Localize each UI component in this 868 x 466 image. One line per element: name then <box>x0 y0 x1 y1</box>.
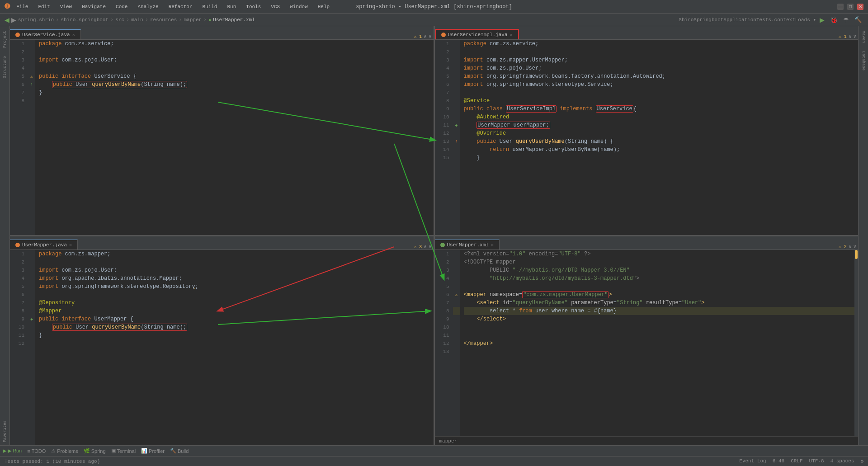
title-bar-menu-tools[interactable]: Tools <box>242 3 264 10</box>
arrow-up-tr[interactable]: ∧ <box>849 33 852 39</box>
title-bar-menu-code[interactable]: Code <box>112 3 131 10</box>
debug-button[interactable]: 🐞 <box>828 16 840 24</box>
title-bar-menu-window[interactable]: Window <box>286 3 311 10</box>
arrow-down-tr[interactable]: ∨ <box>853 33 856 39</box>
structure-sidebar-item[interactable]: Structure <box>2 53 8 81</box>
bottom-right-line-numbers: 1 2 3 4 5 6 7 8 9 10 11 12 13 <box>435 250 453 436</box>
tab-usermapper-java[interactable]: UserMapper.java ✕ <box>10 240 78 249</box>
title-bar-menu-refactor[interactable]: Refactor <box>165 3 196 10</box>
tab-close-button[interactable]: ✕ <box>72 32 75 38</box>
forward-button[interactable]: ▶ <box>11 16 16 24</box>
bottom-left-editor: UserMapper.java ✕ ⚠ 3 ∧ ∨ 1 2 <box>10 236 434 445</box>
xml-file-icon-br <box>440 243 445 247</box>
tab-label-bl: UserMapper.java <box>22 242 67 248</box>
xml-icon-breadcrumb: ◆ <box>208 17 211 23</box>
title-bar-menu-vcs[interactable]: VCS <box>267 3 283 10</box>
arrow-down-tl[interactable]: ∨ <box>429 33 432 39</box>
settings-icon[interactable]: ⚙ <box>860 458 863 464</box>
tab-userservice-java[interactable]: UserService.java ✕ <box>10 29 81 39</box>
warning-gutter-br6: ⚠ <box>455 292 458 297</box>
tab-label-br: UserMapper.xml <box>447 242 489 248</box>
java-file-icon-tr <box>441 33 446 37</box>
arrow-up-br[interactable]: ∧ <box>849 244 852 249</box>
bottom-right-code-area[interactable]: 1 2 3 4 5 6 7 8 9 10 11 12 13 <box>435 250 859 436</box>
vertical-scrollbar-br[interactable] <box>854 250 858 436</box>
title-bar-menu-run[interactable]: Run <box>223 3 240 10</box>
title-bar-menu-view[interactable]: View <box>57 3 75 10</box>
breadcrumb-sep2: › <box>110 17 113 23</box>
title-bar: 🅘 File Edit View Navigate Code Analyze R… <box>0 0 868 14</box>
editors-area: UserService.java ✕ ⚠ 1 ∧ ∨ 1 2 <box>10 26 858 445</box>
project-sidebar-item[interactable]: Project <box>2 28 8 51</box>
tab-close-button-bl[interactable]: ✕ <box>69 242 72 248</box>
arrow-down-br[interactable]: ∨ <box>853 244 856 249</box>
top-left-editor: UserService.java ✕ ⚠ 1 ∧ ∨ 1 2 <box>10 26 434 235</box>
maven-sidebar-item[interactable]: Maven <box>860 28 867 46</box>
top-right-tab-bar: UserServiceImpl.java ✕ ⚠ 1 ∧ ∨ <box>435 26 859 40</box>
breadcrumb-file[interactable]: UserMapper.xml <box>213 17 255 23</box>
problems-button[interactable]: ⚠ Problems <box>51 448 78 454</box>
arrow-up-bl[interactable]: ∧ <box>424 244 427 249</box>
title-bar-menu-navigate[interactable]: Navigate <box>78 3 109 10</box>
mapper-label: mapper <box>439 438 458 444</box>
tab-label-tr: UserServiceImpl.java <box>448 32 508 38</box>
warning-count-br: ⚠ 2 <box>839 244 847 249</box>
top-right-line-numbers: 1 2 3 4 5 6 7 8 9 10 11 12 13 <box>435 40 453 235</box>
bottom-left-line-numbers: 1 2 3 4 5 6 7 8 9 10 11 12 <box>10 250 28 445</box>
bottom-toolbar: ▶ ▶ Run ≡ TODO ⚠ Problems 🌿 Spring ▣ Ter… <box>0 445 868 456</box>
maximize-button[interactable]: □ <box>847 4 854 10</box>
breadcrumb-resources[interactable]: resources <box>150 17 177 23</box>
title-bar-menu-build[interactable]: Build <box>198 3 221 10</box>
spring-button[interactable]: 🌿 Spring <box>84 448 106 454</box>
title-bar-menu-file[interactable]: File <box>13 3 32 10</box>
terminal-button[interactable]: ▣ Terminal <box>111 448 136 454</box>
breadcrumb-spring-shrio[interactable]: spring-shrio <box>18 17 54 23</box>
minimize-button[interactable]: — <box>837 4 844 10</box>
problems-icon: ⚠ <box>51 448 56 454</box>
build-tool-button[interactable]: 🔨 Build <box>170 448 189 454</box>
top-left-code-area[interactable]: 1 2 3 4 5 6 7 8 <box>10 40 434 235</box>
title-bar-menu-edit[interactable]: Edit <box>34 3 53 10</box>
terminal-icon: ▣ <box>111 448 116 454</box>
database-sidebar-item[interactable]: Database <box>860 48 867 73</box>
breadcrumb-sep5: › <box>179 17 182 23</box>
coverage-button[interactable]: ☂ <box>841 16 851 24</box>
arrow-down-bl[interactable]: ∨ <box>429 244 432 249</box>
favorites-sidebar-item[interactable]: Favorites <box>2 418 8 445</box>
tab-close-button-tr[interactable]: ✕ <box>510 32 513 38</box>
back-button[interactable]: ◀ <box>5 16 9 24</box>
cursor-position: 6:46 <box>773 458 784 464</box>
top-left-line-numbers: 1 2 3 4 5 6 7 8 <box>10 40 28 235</box>
breadcrumb-src[interactable]: src <box>115 17 124 23</box>
bottom-right-code-content: <?xml version="1.0" encoding="UTF-8" ?> … <box>460 250 855 436</box>
tab-usermapper-xml[interactable]: UserMapper.xml ✕ <box>435 240 500 249</box>
arrow-up-tl[interactable]: ∧ <box>424 33 427 39</box>
top-right-code-area[interactable]: 1 2 3 4 5 6 7 8 9 10 11 12 13 <box>435 40 859 235</box>
todo-label: TODO <box>32 448 46 454</box>
profiler-icon: 📊 <box>141 448 147 454</box>
tab-close-button-br[interactable]: ✕ <box>491 242 494 248</box>
breadcrumb-main[interactable]: main <box>131 17 143 23</box>
run-tool-button[interactable]: ▶ ▶ Run <box>3 448 22 454</box>
build-project-button[interactable]: 🔨 <box>853 16 863 23</box>
breadcrumb-shiro-springboot[interactable]: shiro-springboot <box>61 17 108 23</box>
tab-userserviceimpl-java[interactable]: UserServiceImpl.java ✕ <box>435 29 519 39</box>
status-bar-right: Event Log 6:46 CRLF UTF-8 4 spaces ⚙ <box>739 458 863 464</box>
status-bar: Tests passed: 1 (10 minutes ago) Event L… <box>0 456 868 466</box>
warning-count-bl: ⚠ 3 <box>414 244 422 249</box>
app-icon: 🅘 <box>5 3 10 10</box>
run-config-dropdown[interactable]: ShiroSpringbootApplicationTests.contextL… <box>679 17 816 23</box>
breadcrumb-mapper[interactable]: mapper <box>184 17 202 23</box>
top-left-tab-bar: UserService.java ✕ ⚠ 1 ∧ ∨ <box>10 26 434 40</box>
event-log-link[interactable]: Event Log <box>739 458 766 464</box>
run-button[interactable]: ▶ <box>818 16 826 24</box>
title-bar-menu-analyze[interactable]: Analyze <box>134 3 162 10</box>
todo-button[interactable]: ≡ TODO <box>27 448 46 454</box>
bottom-left-code-area[interactable]: 1 2 3 4 5 6 7 8 9 10 11 12 <box>10 250 434 445</box>
close-button[interactable]: ✕ <box>857 4 863 10</box>
top-left-code-content: package com.zs.service; import com.zs.po… <box>35 40 434 235</box>
line-endings: CRLF <box>791 458 802 464</box>
nav-toolbar: ◀ ▶ spring-shrio › shiro-springboot › sr… <box>0 14 868 26</box>
title-bar-menu-help[interactable]: Help <box>314 3 333 10</box>
profiler-button[interactable]: 📊 Profiler <box>141 448 165 454</box>
